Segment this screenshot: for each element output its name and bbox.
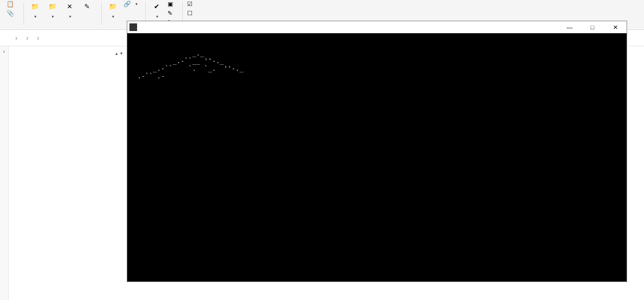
path-icon: 📋 [7,1,14,8]
rename-icon: ✎ [82,1,92,12]
new-button[interactable]: 📁 ▾ [104,0,121,20]
column-header-name[interactable]: ▴▾ [17,48,127,59]
shortcut-icon: 📎 [7,10,14,17]
maximize-button[interactable]: □ [581,21,604,33]
sort-asc-icon[interactable]: ▴ [115,51,118,56]
console-titlebar[interactable]: — □ ✕ [127,21,627,33]
delete-button[interactable]: ✕ ▾ [61,0,78,20]
cmd-icon [129,23,137,31]
select-all-button[interactable]: ☑ [185,0,196,8]
close-button[interactable]: ✕ [604,21,627,33]
copy-to-button[interactable]: 📁 ▾ [44,0,61,20]
collapse-chevron-icon[interactable]: ‹ [0,46,8,54]
minimize-button[interactable]: — [558,21,581,33]
open-item[interactable]: ▣ [165,0,177,8]
copy-path-button[interactable]: 📋 [4,0,18,8]
delete-icon: ✕ [64,1,75,12]
edit-icon: ✎ [168,10,172,17]
copy-icon: 📁 [47,1,58,12]
select-none-icon: ☐ [187,10,193,17]
easy-access-button[interactable]: 🔗▾ [121,0,140,8]
sort-desc-icon[interactable]: ▾ [120,51,123,56]
select-all-icon: ☑ [187,1,193,8]
move-to-button[interactable]: 📁 ▾ [26,0,44,20]
properties-icon: ✔ [151,1,162,12]
access-icon: 🔗 [123,1,131,8]
console-window: — □ ✕ _._ _.-``__ ''-._ _.-`` `. `_. ''-… [127,21,627,282]
nav-sidebar: ‹ [0,46,9,300]
ribbon-group-organize: 📁 ▾ 📁 ▾ ✕ ▾ ✎ [26,0,96,29]
rename-button[interactable]: ✎ [78,0,96,20]
folder-icon: 📁 [107,1,118,12]
console-output: _._ _.-``__ ''-._ _.-`` `. `_. ''-._ .-`… [127,33,627,281]
select-none-button[interactable]: ☐ [185,9,196,17]
edit-item[interactable]: ✎ [165,9,177,17]
ribbon-group-clipboard: 📋 📎 [4,0,18,29]
open-icon: ▣ [168,1,173,8]
paste-shortcut-button[interactable]: 📎 [4,9,18,17]
file-list-panel: ▴▾ [9,46,127,300]
move-icon: 📁 [29,1,40,12]
